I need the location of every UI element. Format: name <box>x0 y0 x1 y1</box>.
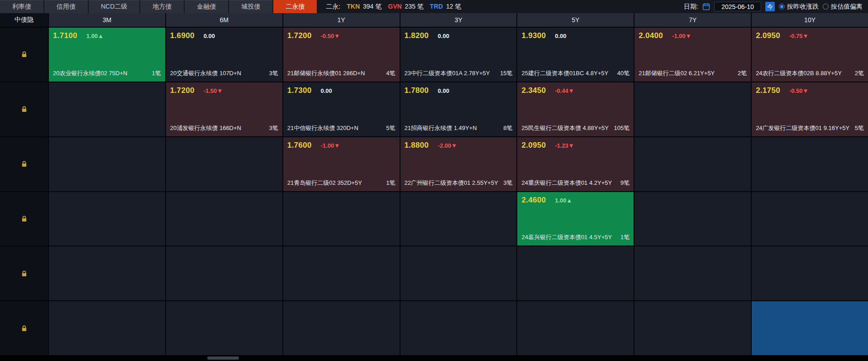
cell-top: 2.0400-1.00▼ <box>639 31 747 40</box>
cell-bottom: 23中行二级资本债01A 2.78Y+5Y15笔 <box>405 69 513 77</box>
cell-6M-r4[interactable] <box>166 192 282 246</box>
cell-3Y-r2[interactable]: 1.78000.0021招商银行永续债 1.49Y+N8笔 <box>401 82 517 136</box>
cell-3M-r2[interactable] <box>49 82 165 136</box>
tab-利率债[interactable]: 利率债 <box>0 0 43 13</box>
row-lock-3[interactable] <box>0 137 48 191</box>
cell-5Y-r6[interactable] <box>517 301 634 355</box>
cell-bottom: 24农行二级资本债02B 8.88Y+5Y2笔 <box>756 69 864 77</box>
calendar-icon[interactable] <box>702 3 710 10</box>
cell-bottom: 21招商银行永续债 1.49Y+N8笔 <box>405 124 513 132</box>
stat-label: TRD <box>430 3 443 11</box>
cell-10Y-r4[interactable] <box>752 192 868 246</box>
row-lock-4[interactable] <box>0 192 48 246</box>
radio-unselected-icon <box>823 4 829 10</box>
cell-top: 1.7200-1.50▼ <box>170 86 278 95</box>
cell-5Y-r4[interactable]: 2.46001.00▲24嘉兴银行二级资本债01 4.5Y+5Y1笔 <box>517 192 634 246</box>
tab-二永债[interactable]: 二永债 <box>273 0 317 13</box>
cell-7Y-r4[interactable] <box>634 192 751 246</box>
cell-3Y-r4[interactable] <box>401 192 517 246</box>
column-header-7Y: 7Y <box>634 13 751 27</box>
summary: 二永: TKN394 笔GVN235 笔TRD12 笔 <box>326 3 461 11</box>
cell-7Y-r3[interactable] <box>634 137 751 191</box>
radio-by-valuation[interactable]: 按估值偏离 <box>823 3 863 11</box>
lock-icon <box>21 325 28 332</box>
cell-7Y-r1[interactable]: 2.0400-1.00▼21邮储银行二级02 6.21Y+5Y2笔 <box>634 28 751 82</box>
yield-value: 2.1750 <box>756 86 780 95</box>
cell-top: 1.82000.00 <box>405 31 513 40</box>
cell-3M-r3[interactable] <box>49 137 165 191</box>
cell-10Y-r1[interactable]: 2.0950-0.75▼24农行二级资本债02B 8.88Y+5Y2笔 <box>752 28 868 82</box>
cell-10Y-r3[interactable] <box>752 137 868 191</box>
trade-count: 5笔 <box>855 124 864 132</box>
trade-count: 9笔 <box>620 179 630 187</box>
cell-top: 1.71001.00▲ <box>53 31 161 40</box>
yield-value: 1.7100 <box>53 31 77 40</box>
row-lock-5[interactable] <box>0 246 48 300</box>
cell-5Y-r1[interactable]: 1.93000.0025建行二级资本债01BC 4.8Y+5Y40笔 <box>517 28 634 82</box>
yield-value: 2.4600 <box>521 196 546 205</box>
date-input[interactable]: 2025-06-10 <box>714 2 761 11</box>
trade-count: 8笔 <box>503 124 512 132</box>
tab-信用债[interactable]: 信用债 <box>44 0 88 13</box>
cell-5Y-r2[interactable]: 2.3450-0.44▼25民生银行二级资本债 4.88Y+5Y105笔 <box>517 82 634 136</box>
row-lock-1[interactable] <box>0 28 48 82</box>
cell-7Y-r5[interactable] <box>634 246 751 300</box>
yield-value: 1.7300 <box>287 86 312 95</box>
scrollbar-thumb[interactable] <box>207 356 239 360</box>
cell-1Y-r3[interactable]: 1.7600-1.00▼21青岛银行二级02 352D+5Y1笔 <box>283 137 400 191</box>
cell-top: 1.8800-2.00▼ <box>405 141 513 150</box>
cell-1Y-r1[interactable]: 1.7200-0.50▼21邮储银行永续债01 286D+N4笔 <box>283 28 400 82</box>
lock-icon <box>21 270 28 277</box>
change-value: -1.00▼ <box>321 142 340 149</box>
stat-value: 394 笔 <box>363 3 382 11</box>
cell-3M-r1[interactable]: 1.71001.00▲20农业银行永续债02 75D+N1笔 <box>49 28 165 82</box>
corner-header: 中债隐 <box>0 13 48 27</box>
cell-6M-r3[interactable] <box>166 137 282 191</box>
cell-bottom: 21邮储银行二级02 6.21Y+5Y2笔 <box>639 69 747 77</box>
trade-count: 4笔 <box>386 69 395 77</box>
yield-value: 2.0950 <box>756 31 780 40</box>
cell-1Y-r5[interactable] <box>283 246 400 300</box>
tab-金融债[interactable]: 金融债 <box>185 0 228 13</box>
cell-6M-r6[interactable] <box>166 301 282 355</box>
cell-10Y-r6[interactable] <box>752 301 868 355</box>
lock-icon <box>21 160 28 168</box>
cell-3Y-r3[interactable]: 1.8800-2.00▼22广州银行二级资本债01 2.55Y+5Y3笔 <box>401 137 517 191</box>
cell-top: 1.69000.00 <box>170 31 278 40</box>
cell-top: 1.7200-0.50▼ <box>287 31 396 40</box>
cell-3M-r5[interactable] <box>49 246 165 300</box>
cell-6M-r1[interactable]: 1.69000.0020交通银行永续债 107D+N3笔 <box>166 28 282 82</box>
cell-5Y-r3[interactable]: 2.0950-1.23▼24重庆银行二级资本债01 4.2Y+5Y9笔 <box>517 137 634 191</box>
trade-count: 15笔 <box>500 69 512 77</box>
cell-5Y-r5[interactable] <box>517 246 634 300</box>
cell-3Y-r6[interactable] <box>401 301 517 355</box>
stat-GVN: GVN235 笔 <box>388 3 424 11</box>
radio-by-prev-close[interactable]: 按昨收涨跌 <box>779 3 819 11</box>
cell-10Y-r2[interactable]: 2.1750-0.50▼24广发银行二级资本债01 9.16Y+5Y5笔 <box>752 82 868 136</box>
cell-3Y-r5[interactable] <box>401 246 517 300</box>
yield-value: 2.3450 <box>521 86 546 95</box>
change-value: -0.50▼ <box>321 33 340 39</box>
cell-3M-r6[interactable] <box>49 301 165 355</box>
yield-value: 1.8800 <box>405 141 429 150</box>
tab-城投债[interactable]: 城投债 <box>229 0 272 13</box>
row-lock-6[interactable] <box>0 301 48 355</box>
cell-10Y-r5[interactable] <box>752 246 868 300</box>
today-button[interactable]: 今 <box>765 2 775 11</box>
trade-count: 1笔 <box>620 233 630 241</box>
horizontal-scrollbar[interactable] <box>0 355 868 361</box>
row-lock-2[interactable] <box>0 82 48 136</box>
tab-NCD二级[interactable]: NCD二级 <box>89 0 139 13</box>
cell-7Y-r2[interactable] <box>634 82 751 136</box>
cell-7Y-r6[interactable] <box>634 301 751 355</box>
cell-3M-r4[interactable] <box>49 192 165 246</box>
cell-6M-r2[interactable]: 1.7200-1.50▼20浦发银行永续债 166D+N3笔 <box>166 82 282 136</box>
bond-name: 21邮储银行永续债01 286D+N <box>287 69 365 77</box>
cell-1Y-r4[interactable] <box>283 192 400 246</box>
cell-1Y-r6[interactable] <box>283 301 400 355</box>
cell-3Y-r1[interactable]: 1.82000.0023中行二级资本债01A 2.78Y+5Y15笔 <box>401 28 517 82</box>
cell-bottom: 25建行二级资本债01BC 4.8Y+5Y40笔 <box>521 69 630 77</box>
cell-1Y-r2[interactable]: 1.73000.0021中信银行永续债 320D+N5笔 <box>283 82 400 136</box>
tab-地方债[interactable]: 地方债 <box>140 0 184 13</box>
cell-6M-r5[interactable] <box>166 246 282 300</box>
